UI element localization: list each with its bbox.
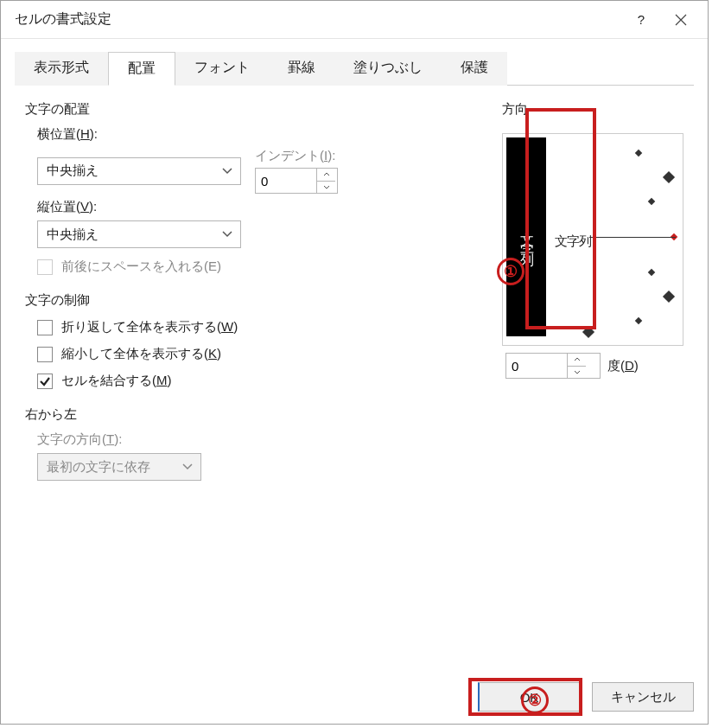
indent-up-button[interactable] [317, 169, 335, 182]
help-button[interactable]: ? [621, 5, 661, 35]
close-button[interactable] [661, 5, 701, 35]
annotation-number-1: ① [497, 258, 524, 285]
left-column: 文字の配置 横位置(H): 中央揃え インデント(I): [25, 101, 481, 481]
space-label: 前後にスペースを入れる(E) [61, 259, 221, 275]
merge-label: セルを結合する(M) [61, 373, 172, 389]
rtl-group-label: 右から左 [25, 406, 481, 423]
tab-number-format[interactable]: 表示形式 [15, 52, 108, 86]
merge-checkbox-row[interactable]: セルを結合する(M) [37, 373, 481, 389]
chevron-down-icon [219, 227, 235, 242]
horizontal-row: 中央揃え インデント(I): [25, 148, 481, 194]
degree-up-button[interactable] [568, 354, 586, 367]
titlebar: セルの書式設定 ? [1, 1, 708, 39]
wrap-checkbox-row[interactable]: 折り返して全体を表示する(W) [37, 319, 481, 335]
degree-label: 度(D) [607, 358, 639, 374]
text-direction-label: 文字の方向(T): [37, 431, 481, 448]
shrink-label: 縮小して全体を表示する(K) [61, 346, 221, 362]
horizontal-select[interactable]: 中央揃え [37, 157, 241, 185]
degree-input[interactable] [506, 354, 567, 378]
tab-font[interactable]: フォント [175, 52, 269, 86]
tab-alignment[interactable]: 配置 [108, 52, 175, 86]
indent-spinner[interactable] [255, 168, 338, 194]
wrap-label: 折り返して全体を表示する(W) [61, 319, 238, 335]
tab-fill[interactable]: 塗りつぶし [334, 52, 442, 86]
annotation-number-2: ② [521, 686, 549, 714]
text-alignment-group-label: 文字の配置 [25, 101, 481, 118]
tab-protection[interactable]: 保護 [442, 52, 507, 86]
horizontal-label: 横位置(H): [37, 126, 481, 143]
indent-down-button[interactable] [317, 182, 335, 194]
text-control-group-label: 文字の制御 [25, 292, 481, 309]
annotation-frame-1 [525, 108, 596, 329]
text-direction-value: 最初の文字に依存 [47, 459, 150, 476]
space-checkbox-row: 前後にスペースを入れる(E) [37, 259, 481, 275]
indent-label: インデント(I): [255, 148, 338, 164]
wrap-checkbox[interactable] [37, 320, 53, 335]
shrink-checkbox[interactable] [37, 347, 53, 362]
text-direction-select: 最初の文字に依存 [37, 453, 201, 481]
degree-spinner[interactable] [505, 353, 601, 379]
degree-down-button[interactable] [568, 367, 586, 379]
merge-checkbox[interactable] [37, 374, 53, 389]
indent-input[interactable] [256, 169, 316, 193]
vertical-select[interactable]: 中央揃え [37, 220, 241, 248]
tab-border[interactable]: 罫線 [269, 52, 334, 86]
window-title: セルの書式設定 [15, 10, 621, 29]
horizontal-value: 中央揃え [47, 163, 99, 179]
vertical-value: 中央揃え [47, 227, 99, 243]
chevron-down-icon [180, 459, 195, 475]
shrink-checkbox-row[interactable]: 縮小して全体を表示する(K) [37, 346, 481, 362]
cancel-button[interactable]: キャンセル [592, 682, 694, 712]
format-cells-dialog: セルの書式設定 ? 表示形式 配置 フォント 罫線 塗りつぶし 保護 文字の配置… [0, 0, 709, 725]
space-checkbox [37, 259, 53, 275]
chevron-down-icon [219, 163, 235, 179]
vertical-label: 縦位置(V): [37, 199, 481, 215]
arc-line [589, 237, 676, 238]
close-icon [675, 14, 687, 26]
tab-strip: 表示形式 配置 フォント 罫線 塗りつぶし 保護 [15, 51, 694, 86]
content-area: 表示形式 配置 フォント 罫線 塗りつぶし 保護 文字の配置 横位置(H): 中… [1, 39, 708, 724]
